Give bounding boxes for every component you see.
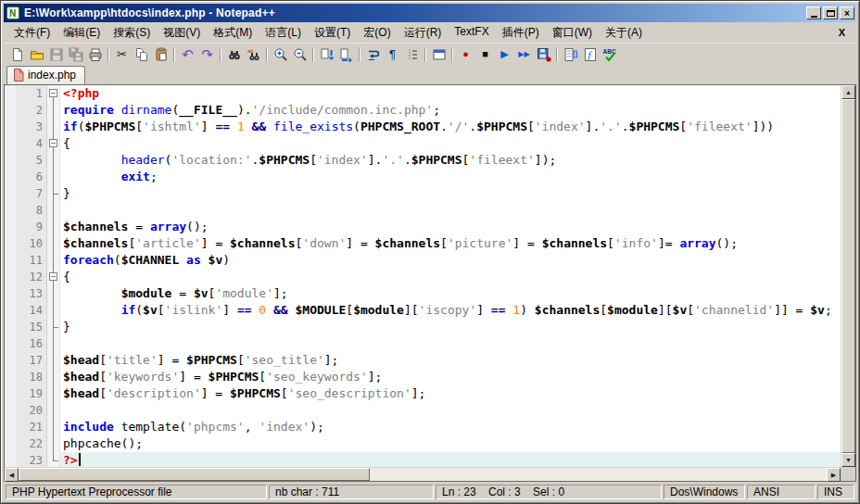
menu-item-4[interactable]: 视图(V)	[157, 22, 207, 44]
bookmark-margin[interactable]	[5, 202, 16, 219]
show-all-characters-button[interactable]: ¶	[383, 45, 402, 64]
open-file-button[interactable]	[27, 45, 46, 64]
maximize-button[interactable]	[823, 6, 838, 19]
code-text[interactable]: $channels = array();	[60, 219, 841, 235]
zoom-out-button[interactable]	[290, 45, 310, 64]
fold-collapse-icon[interactable]	[49, 89, 57, 97]
doc-map-button[interactable]	[561, 45, 580, 64]
code-text[interactable]	[60, 402, 841, 419]
status-insert-mode[interactable]: INS	[817, 485, 854, 499]
macro-save-button[interactable]	[534, 45, 553, 64]
status-eol-format[interactable]: Dos\Windows	[664, 485, 745, 499]
bookmark-margin[interactable]	[5, 385, 16, 402]
bookmark-margin[interactable]	[5, 452, 16, 467]
menu-item-9[interactable]: 运行(R)	[398, 22, 449, 44]
code-text[interactable]	[60, 202, 841, 219]
bookmark-margin[interactable]	[5, 269, 16, 285]
menu-item-8[interactable]: 宏(O)	[357, 22, 397, 44]
bookmark-margin[interactable]	[5, 85, 16, 102]
macro-run-multiple-button[interactable]: ▶▶	[514, 45, 534, 64]
vertical-scrollbar[interactable]: ▲ ▼	[841, 85, 855, 467]
bookmark-margin[interactable]	[5, 402, 16, 419]
code-text[interactable]: $module = $v['module'];	[60, 285, 841, 302]
zoom-in-button[interactable]	[271, 45, 290, 64]
macro-playback-button[interactable]: ▶	[495, 45, 514, 64]
code-text[interactable]: $channels['article'] = $channels['down']…	[60, 235, 841, 252]
bookmark-margin[interactable]	[5, 352, 16, 369]
scroll-left-button[interactable]: ◀	[5, 468, 19, 482]
save-all-button[interactable]	[66, 45, 85, 64]
menu-item-3[interactable]: 搜索(S)	[107, 22, 157, 44]
bookmark-margin[interactable]	[5, 302, 16, 319]
print-button[interactable]	[85, 45, 105, 64]
macro-stop-record-button[interactable]: ■	[475, 45, 495, 64]
menu-item-13[interactable]: 关于(A)	[599, 22, 649, 44]
user-defined-dialog-button[interactable]	[429, 45, 449, 64]
bookmark-margin[interactable]	[5, 185, 16, 202]
menu-item-12[interactable]: 窗口(W)	[546, 22, 599, 44]
minimize-button[interactable]	[806, 6, 821, 19]
cut-button[interactable]: ✂	[112, 45, 132, 64]
replace-button[interactable]: ab	[244, 45, 263, 64]
bookmark-margin[interactable]	[5, 235, 16, 252]
menu-item-5[interactable]: 格式(M)	[207, 22, 259, 44]
code-text[interactable]: }	[60, 185, 841, 202]
menu-item-7[interactable]: 设置(T)	[308, 22, 357, 44]
word-wrap-button[interactable]	[363, 45, 383, 64]
scroll-up-button[interactable]: ▲	[841, 85, 855, 99]
fold-collapse-icon[interactable]	[49, 139, 57, 147]
code-text[interactable]: ?>	[60, 452, 841, 467]
horizontal-scroll-thumb[interactable]	[19, 468, 370, 481]
bookmark-margin[interactable]	[5, 119, 16, 135]
spell-check-button[interactable]: ABC	[600, 45, 619, 64]
fold-margin[interactable]	[47, 85, 60, 102]
code-text[interactable]: foreach($CHANNEL as $v)	[60, 252, 841, 269]
bookmark-margin[interactable]	[5, 369, 16, 385]
copy-button[interactable]	[132, 45, 151, 64]
code-text[interactable]: require dirname(__FILE__).'/include/comm…	[60, 102, 841, 119]
menu-item-6[interactable]: 语言(L)	[259, 22, 308, 44]
bookmark-margin[interactable]	[5, 102, 16, 119]
code-text[interactable]: if($PHPCMS['ishtml'] == 1 && file_exists…	[60, 119, 841, 135]
menu-item-11[interactable]: 插件(P)	[496, 22, 546, 44]
bookmark-margin[interactable]	[5, 319, 16, 335]
code-text[interactable]: exit;	[60, 169, 841, 185]
scroll-right-button[interactable]: ▶	[827, 468, 841, 482]
menu-item-1[interactable]: 文件(F)	[7, 22, 57, 44]
bookmark-margin[interactable]	[5, 419, 16, 435]
bookmark-margin[interactable]	[5, 169, 16, 185]
code-text[interactable]: <?php	[60, 85, 841, 102]
bookmark-margin[interactable]	[5, 152, 16, 169]
code-text[interactable]: $head['description'] = $PHPCMS['seo_desc…	[60, 385, 841, 402]
code-text[interactable]: if($v['islink'] == 0 && $MODULE[$module]…	[60, 302, 841, 319]
code-text[interactable]: $head['keywords'] = $PHPCMS['seo_keyword…	[60, 369, 841, 385]
find-button[interactable]	[224, 45, 244, 64]
paste-button[interactable]	[151, 45, 171, 64]
save-button[interactable]	[46, 45, 66, 64]
code-text[interactable]	[60, 335, 841, 352]
show-indent-guide-button[interactable]	[402, 45, 422, 64]
macro-start-record-button[interactable]: ●	[456, 45, 475, 64]
fold-collapse-icon[interactable]	[49, 272, 57, 281]
code-text[interactable]: header('location:'.$PHPCMS['index'].'.'.…	[60, 152, 841, 169]
code-text[interactable]: {	[60, 135, 841, 152]
code-text[interactable]: $head['title'] = $PHPCMS['seo_title'];	[60, 352, 841, 369]
horizontal-scrollbar[interactable]: ◀ ▶	[5, 467, 841, 481]
code-text[interactable]: {	[60, 269, 841, 285]
fold-margin[interactable]	[47, 135, 60, 152]
sync-horizontal-scroll-button[interactable]	[336, 45, 356, 64]
bookmark-margin[interactable]	[5, 435, 16, 452]
close-button[interactable]: ×	[840, 6, 854, 19]
new-file-button[interactable]	[7, 45, 27, 64]
bookmark-margin[interactable]	[5, 285, 16, 302]
bookmark-margin[interactable]	[5, 219, 16, 235]
menu-close-doc-button[interactable]: X	[835, 26, 849, 39]
redo-button[interactable]: ↷	[197, 45, 217, 64]
status-encoding[interactable]: ANSI	[747, 485, 816, 499]
bookmark-margin[interactable]	[5, 335, 16, 352]
sync-vertical-scroll-button[interactable]	[317, 45, 336, 64]
scroll-down-button[interactable]: ▼	[841, 453, 855, 467]
menu-item-10[interactable]: TextFX	[448, 22, 495, 44]
editor-viewport[interactable]: 1<?php2require dirname(__FILE__).'/inclu…	[5, 85, 841, 467]
code-text[interactable]: phpcache();	[60, 435, 841, 452]
